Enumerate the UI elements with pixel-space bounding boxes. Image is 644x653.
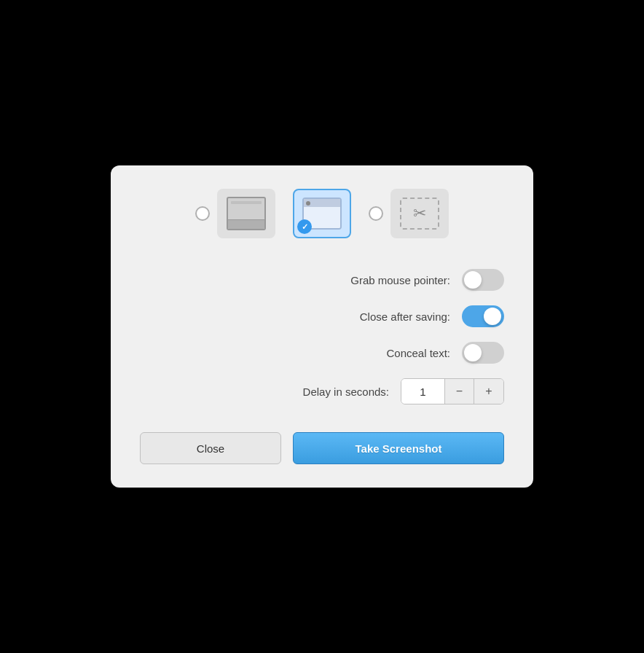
delay-plus-button[interactable]: + — [474, 379, 503, 404]
window-mode-option[interactable]: ✓ — [293, 189, 351, 238]
action-row: Close Take Screenshot — [140, 432, 504, 464]
taskbar-icon — [227, 197, 266, 230]
close-after-saving-row: Close after saving: — [140, 298, 504, 335]
conceal-text-label: Conceal text: — [386, 347, 450, 359]
conceal-text-knob — [464, 344, 482, 361]
screenshot-dialog: ✓ ✂ Grab mouse pointer: Close after savi… — [111, 165, 533, 488]
fullscreen-radio[interactable] — [195, 206, 210, 221]
close-button[interactable]: Close — [140, 432, 281, 464]
delay-value-input[interactable] — [401, 379, 445, 404]
scissors-glyph: ✂ — [413, 204, 426, 223]
fullscreen-mode-option[interactable] — [195, 189, 275, 238]
close-after-saving-knob — [484, 308, 501, 325]
window-title-bar — [304, 199, 340, 207]
fullscreen-icon-box[interactable] — [217, 189, 275, 238]
selection-mode-option[interactable]: ✂ — [369, 189, 449, 238]
delay-minus-button[interactable]: − — [445, 379, 474, 404]
delay-label: Delay in seconds: — [303, 386, 389, 398]
settings-section: Grab mouse pointer: Close after saving: … — [140, 262, 504, 412]
close-after-saving-toggle[interactable] — [462, 305, 504, 327]
grab-mouse-knob — [464, 271, 482, 289]
grab-mouse-row: Grab mouse pointer: — [140, 262, 504, 298]
grab-mouse-label: Grab mouse pointer: — [350, 274, 450, 286]
close-after-saving-label: Close after saving: — [360, 310, 450, 323]
conceal-text-row: Conceal text: — [140, 335, 504, 371]
delay-row: Delay in seconds: − + — [140, 371, 504, 412]
delay-stepper: − + — [401, 378, 504, 404]
selected-checkmark: ✓ — [297, 219, 312, 234]
selection-icon-box[interactable]: ✂ — [390, 189, 449, 238]
window-icon-box[interactable]: ✓ — [293, 189, 351, 238]
window-dot-1 — [306, 201, 310, 206]
mode-selector-row: ✓ ✂ — [140, 189, 504, 238]
grab-mouse-toggle[interactable] — [462, 269, 504, 291]
conceal-text-toggle[interactable] — [462, 342, 504, 364]
selection-radio[interactable] — [369, 206, 383, 221]
scissors-icon: ✂ — [400, 198, 439, 230]
take-screenshot-button[interactable]: Take Screenshot — [293, 432, 504, 464]
